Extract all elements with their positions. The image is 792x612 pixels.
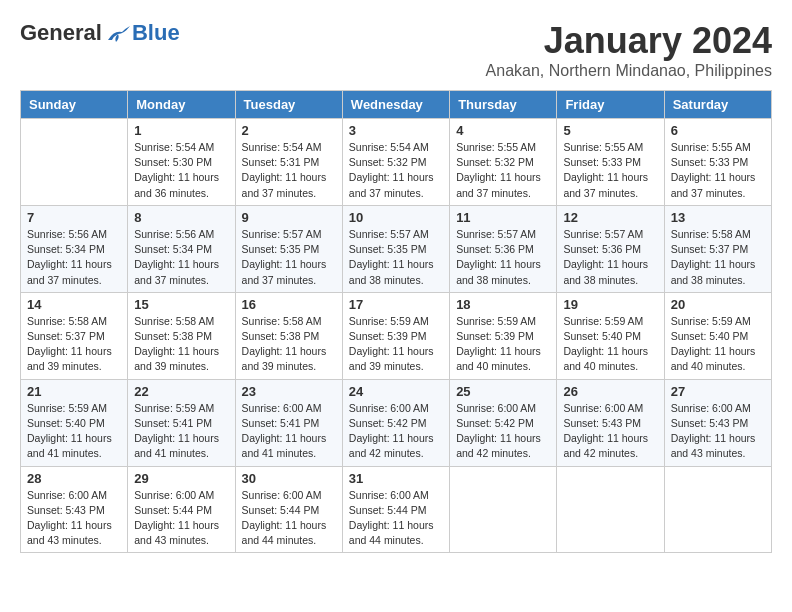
- calendar-header-sunday: Sunday: [21, 91, 128, 119]
- day-info: Sunrise: 5:58 AM Sunset: 5:37 PM Dayligh…: [27, 314, 121, 375]
- logo: General Blue: [20, 20, 180, 46]
- day-number: 26: [563, 384, 657, 399]
- calendar-cell: 20Sunrise: 5:59 AM Sunset: 5:40 PM Dayli…: [664, 292, 771, 379]
- day-number: 3: [349, 123, 443, 138]
- calendar-cell: [664, 466, 771, 553]
- calendar-cell: 2Sunrise: 5:54 AM Sunset: 5:31 PM Daylig…: [235, 119, 342, 206]
- calendar-cell: 1Sunrise: 5:54 AM Sunset: 5:30 PM Daylig…: [128, 119, 235, 206]
- calendar-cell: 28Sunrise: 6:00 AM Sunset: 5:43 PM Dayli…: [21, 466, 128, 553]
- day-number: 16: [242, 297, 336, 312]
- calendar-cell: 24Sunrise: 6:00 AM Sunset: 5:42 PM Dayli…: [342, 379, 449, 466]
- month-title: January 2024: [486, 20, 772, 62]
- calendar-header-wednesday: Wednesday: [342, 91, 449, 119]
- day-number: 21: [27, 384, 121, 399]
- day-number: 23: [242, 384, 336, 399]
- calendar-cell: 30Sunrise: 6:00 AM Sunset: 5:44 PM Dayli…: [235, 466, 342, 553]
- day-number: 17: [349, 297, 443, 312]
- day-number: 5: [563, 123, 657, 138]
- day-number: 8: [134, 210, 228, 225]
- calendar-cell: 8Sunrise: 5:56 AM Sunset: 5:34 PM Daylig…: [128, 205, 235, 292]
- day-number: 7: [27, 210, 121, 225]
- calendar-cell: 6Sunrise: 5:55 AM Sunset: 5:33 PM Daylig…: [664, 119, 771, 206]
- day-number: 14: [27, 297, 121, 312]
- day-number: 22: [134, 384, 228, 399]
- logo-general-text: General: [20, 20, 102, 46]
- logo-blue-text: Blue: [132, 20, 180, 46]
- calendar-cell: 5Sunrise: 5:55 AM Sunset: 5:33 PM Daylig…: [557, 119, 664, 206]
- day-info: Sunrise: 5:59 AM Sunset: 5:41 PM Dayligh…: [134, 401, 228, 462]
- day-info: Sunrise: 5:58 AM Sunset: 5:38 PM Dayligh…: [134, 314, 228, 375]
- day-number: 4: [456, 123, 550, 138]
- day-number: 27: [671, 384, 765, 399]
- day-info: Sunrise: 5:59 AM Sunset: 5:39 PM Dayligh…: [456, 314, 550, 375]
- day-info: Sunrise: 5:59 AM Sunset: 5:40 PM Dayligh…: [671, 314, 765, 375]
- day-info: Sunrise: 5:57 AM Sunset: 5:36 PM Dayligh…: [563, 227, 657, 288]
- day-number: 2: [242, 123, 336, 138]
- logo-bird-icon: [104, 22, 132, 44]
- calendar-cell: 26Sunrise: 6:00 AM Sunset: 5:43 PM Dayli…: [557, 379, 664, 466]
- day-info: Sunrise: 5:54 AM Sunset: 5:32 PM Dayligh…: [349, 140, 443, 201]
- day-info: Sunrise: 6:00 AM Sunset: 5:43 PM Dayligh…: [671, 401, 765, 462]
- calendar-cell: 3Sunrise: 5:54 AM Sunset: 5:32 PM Daylig…: [342, 119, 449, 206]
- calendar-cell: 11Sunrise: 5:57 AM Sunset: 5:36 PM Dayli…: [450, 205, 557, 292]
- day-number: 29: [134, 471, 228, 486]
- calendar-cell: 19Sunrise: 5:59 AM Sunset: 5:40 PM Dayli…: [557, 292, 664, 379]
- day-info: Sunrise: 5:58 AM Sunset: 5:38 PM Dayligh…: [242, 314, 336, 375]
- calendar-cell: 31Sunrise: 6:00 AM Sunset: 5:44 PM Dayli…: [342, 466, 449, 553]
- day-number: 11: [456, 210, 550, 225]
- day-number: 6: [671, 123, 765, 138]
- day-number: 12: [563, 210, 657, 225]
- day-number: 28: [27, 471, 121, 486]
- calendar-cell: 18Sunrise: 5:59 AM Sunset: 5:39 PM Dayli…: [450, 292, 557, 379]
- calendar-cell: 27Sunrise: 6:00 AM Sunset: 5:43 PM Dayli…: [664, 379, 771, 466]
- calendar-cell: 29Sunrise: 6:00 AM Sunset: 5:44 PM Dayli…: [128, 466, 235, 553]
- location-subtitle: Anakan, Northern Mindanao, Philippines: [486, 62, 772, 80]
- calendar-cell: 4Sunrise: 5:55 AM Sunset: 5:32 PM Daylig…: [450, 119, 557, 206]
- day-info: Sunrise: 5:56 AM Sunset: 5:34 PM Dayligh…: [134, 227, 228, 288]
- calendar-cell: 9Sunrise: 5:57 AM Sunset: 5:35 PM Daylig…: [235, 205, 342, 292]
- calendar-header-saturday: Saturday: [664, 91, 771, 119]
- day-info: Sunrise: 5:59 AM Sunset: 5:39 PM Dayligh…: [349, 314, 443, 375]
- day-info: Sunrise: 6:00 AM Sunset: 5:42 PM Dayligh…: [456, 401, 550, 462]
- day-info: Sunrise: 6:00 AM Sunset: 5:43 PM Dayligh…: [563, 401, 657, 462]
- calendar-cell: 23Sunrise: 6:00 AM Sunset: 5:41 PM Dayli…: [235, 379, 342, 466]
- day-info: Sunrise: 5:55 AM Sunset: 5:33 PM Dayligh…: [563, 140, 657, 201]
- day-number: 9: [242, 210, 336, 225]
- calendar-header-monday: Monday: [128, 91, 235, 119]
- calendar-header-row: SundayMondayTuesdayWednesdayThursdayFrid…: [21, 91, 772, 119]
- calendar-cell: 15Sunrise: 5:58 AM Sunset: 5:38 PM Dayli…: [128, 292, 235, 379]
- calendar-week-row: 14Sunrise: 5:58 AM Sunset: 5:37 PM Dayli…: [21, 292, 772, 379]
- calendar-cell: [21, 119, 128, 206]
- calendar-cell: 22Sunrise: 5:59 AM Sunset: 5:41 PM Dayli…: [128, 379, 235, 466]
- day-info: Sunrise: 6:00 AM Sunset: 5:43 PM Dayligh…: [27, 488, 121, 549]
- day-info: Sunrise: 6:00 AM Sunset: 5:42 PM Dayligh…: [349, 401, 443, 462]
- calendar-cell: 7Sunrise: 5:56 AM Sunset: 5:34 PM Daylig…: [21, 205, 128, 292]
- day-info: Sunrise: 5:59 AM Sunset: 5:40 PM Dayligh…: [27, 401, 121, 462]
- day-info: Sunrise: 5:56 AM Sunset: 5:34 PM Dayligh…: [27, 227, 121, 288]
- calendar-week-row: 1Sunrise: 5:54 AM Sunset: 5:30 PM Daylig…: [21, 119, 772, 206]
- day-info: Sunrise: 5:54 AM Sunset: 5:30 PM Dayligh…: [134, 140, 228, 201]
- day-info: Sunrise: 6:00 AM Sunset: 5:44 PM Dayligh…: [349, 488, 443, 549]
- day-number: 25: [456, 384, 550, 399]
- calendar-cell: 14Sunrise: 5:58 AM Sunset: 5:37 PM Dayli…: [21, 292, 128, 379]
- day-info: Sunrise: 5:57 AM Sunset: 5:35 PM Dayligh…: [242, 227, 336, 288]
- calendar-header-thursday: Thursday: [450, 91, 557, 119]
- day-info: Sunrise: 5:57 AM Sunset: 5:36 PM Dayligh…: [456, 227, 550, 288]
- day-info: Sunrise: 5:59 AM Sunset: 5:40 PM Dayligh…: [563, 314, 657, 375]
- day-number: 10: [349, 210, 443, 225]
- calendar-header-tuesday: Tuesday: [235, 91, 342, 119]
- day-info: Sunrise: 5:58 AM Sunset: 5:37 PM Dayligh…: [671, 227, 765, 288]
- day-number: 13: [671, 210, 765, 225]
- calendar-week-row: 7Sunrise: 5:56 AM Sunset: 5:34 PM Daylig…: [21, 205, 772, 292]
- calendar-week-row: 28Sunrise: 6:00 AM Sunset: 5:43 PM Dayli…: [21, 466, 772, 553]
- calendar-cell: 10Sunrise: 5:57 AM Sunset: 5:35 PM Dayli…: [342, 205, 449, 292]
- day-info: Sunrise: 6:00 AM Sunset: 5:44 PM Dayligh…: [134, 488, 228, 549]
- page-header: General Blue January 2024 Anakan, Northe…: [20, 20, 772, 80]
- calendar-cell: 17Sunrise: 5:59 AM Sunset: 5:39 PM Dayli…: [342, 292, 449, 379]
- day-number: 1: [134, 123, 228, 138]
- calendar-cell: [450, 466, 557, 553]
- calendar-week-row: 21Sunrise: 5:59 AM Sunset: 5:40 PM Dayli…: [21, 379, 772, 466]
- day-number: 15: [134, 297, 228, 312]
- day-number: 20: [671, 297, 765, 312]
- day-info: Sunrise: 5:55 AM Sunset: 5:33 PM Dayligh…: [671, 140, 765, 201]
